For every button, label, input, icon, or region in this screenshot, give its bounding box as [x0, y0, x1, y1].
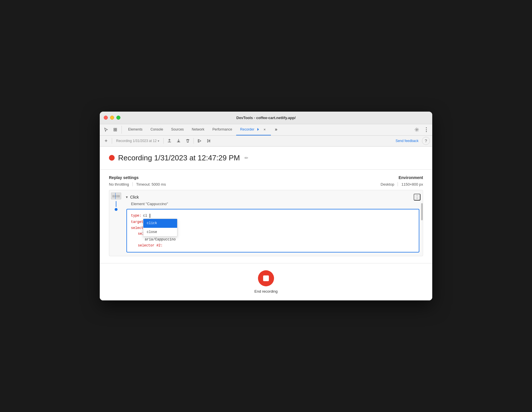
- svg-marker-4: [257, 128, 259, 131]
- tab-sources[interactable]: Sources: [167, 124, 188, 135]
- type-value: cl: [143, 214, 147, 218]
- step-name: Click: [130, 195, 139, 199]
- tab-elements[interactable]: Elements: [124, 124, 146, 135]
- step-expand-icon[interactable]: ▼: [125, 195, 128, 199]
- section-divider: [100, 169, 432, 170]
- step-thumbnail: [111, 193, 121, 199]
- svg-rect-1: [116, 128, 117, 129]
- window-title: DevTools - coffee-cart.netlify.app/: [236, 116, 296, 120]
- step-header: ▼ Click ⋮: [125, 194, 420, 201]
- code-line-selector1-val: aria/Cappuccino: [131, 237, 415, 242]
- main-content: Recording 1/31/2023 at 12:47:29 PM ✏ Rep…: [100, 147, 432, 263]
- end-recording-button[interactable]: [258, 270, 274, 286]
- settings-row: Replay settings No throttling Timeout: 5…: [109, 175, 423, 186]
- timeline-dot: [115, 208, 118, 211]
- replay-settings: Replay settings No throttling Timeout: 5…: [109, 175, 166, 186]
- step-area: ▼ Click ⋮ Element "Cappuccino" type:: [109, 190, 423, 256]
- step-title-row: ▼ Click: [125, 195, 139, 199]
- recorder-toolbar: + Recording 1/31/2023 at 12 ▾: [100, 136, 432, 147]
- edit-icon[interactable]: ✏: [245, 155, 248, 161]
- svg-point-5: [416, 129, 418, 131]
- type-key: type:: [131, 213, 141, 219]
- cursor-icon-button[interactable]: [102, 126, 110, 134]
- selector2-label: selector #2:: [138, 243, 163, 248]
- code-editor[interactable]: type: cl click close: [126, 209, 419, 252]
- step-area-container: ▼ Click ⋮ Element "Cappuccino" type:: [109, 190, 423, 256]
- stop-icon: [263, 275, 269, 281]
- environment-title: Environment: [381, 175, 423, 180]
- fullscreen-button[interactable]: [116, 116, 120, 120]
- tab-recorder-close[interactable]: ✕: [262, 127, 267, 132]
- timeout-value: Timeout: 5000 ms: [136, 182, 166, 186]
- minimize-button[interactable]: [110, 116, 114, 120]
- recording-dot: [109, 155, 115, 161]
- selector-value: aria/Cappuccino: [145, 237, 176, 242]
- scrollbar-track[interactable]: [421, 190, 423, 256]
- toolbar-divider-2: [163, 138, 164, 144]
- autocomplete-dropdown[interactable]: click close: [143, 219, 177, 237]
- help-button[interactable]: ?: [422, 137, 430, 145]
- svg-rect-0: [114, 128, 115, 129]
- cursor-blink: [150, 214, 150, 218]
- export-button[interactable]: [165, 137, 173, 145]
- tab-recorder[interactable]: Recorder ✕: [236, 124, 271, 135]
- code-line-type: type: cl click close: [131, 213, 415, 219]
- replay-settings-title: Replay settings: [109, 175, 166, 180]
- traffic-lights: [104, 116, 120, 120]
- devtools-body: Elements Console Sources Network Perform…: [100, 124, 432, 300]
- tab-performance[interactable]: Performance: [208, 124, 236, 135]
- step-subtitle: Element "Cappuccino": [131, 202, 420, 206]
- throttling-value: No throttling: [109, 182, 129, 186]
- devtools-window: DevTools - coffee-cart.netlify.app/: [100, 112, 432, 300]
- replay-button[interactable]: [195, 137, 204, 145]
- recording-title: Recording 1/31/2023 at 12:47:29 PM: [118, 153, 240, 162]
- step-content: ▼ Click ⋮ Element "Cappuccino" type:: [123, 190, 423, 256]
- close-button[interactable]: [104, 116, 108, 120]
- settings-separator: [132, 182, 133, 186]
- more-tabs-button[interactable]: »: [272, 124, 280, 135]
- autocomplete-item-click[interactable]: click: [143, 219, 177, 228]
- environment-settings: Environment Desktop 1150×800 px: [381, 175, 423, 186]
- titlebar: DevTools - coffee-cart.netlify.app/: [100, 112, 432, 124]
- send-feedback-button[interactable]: Send feedback: [393, 138, 421, 144]
- tab-console[interactable]: Console: [146, 124, 167, 135]
- new-recording-button[interactable]: +: [102, 137, 110, 145]
- chevron-down-icon: ▾: [158, 139, 159, 143]
- step-timeline: ▼ Click ⋮ Element "Cappuccino" type:: [109, 190, 423, 256]
- scrollbar-thumb[interactable]: [421, 203, 423, 220]
- replay-settings-values: No throttling Timeout: 5000 ms: [109, 182, 166, 186]
- env-separator: [398, 182, 398, 186]
- recording-select[interactable]: Recording 1/31/2023 at 12 ▾: [114, 137, 162, 145]
- import-button[interactable]: [175, 137, 183, 145]
- tab-bar: Elements Console Sources Network Perform…: [100, 124, 432, 136]
- dimensions-value: 1150×800 px: [401, 182, 423, 186]
- recording-header: Recording 1/31/2023 at 12:47:29 PM ✏: [109, 153, 423, 162]
- step-more-button[interactable]: ⋮: [414, 194, 420, 201]
- timeline-line: [116, 201, 116, 207]
- target-key: target: [131, 219, 143, 225]
- more-options-button[interactable]: ⋮: [422, 126, 430, 134]
- tab-bar-icons: [102, 126, 122, 134]
- step-replay-button[interactable]: [205, 137, 213, 145]
- toolbar-divider-1: [112, 138, 112, 144]
- tab-network[interactable]: Network: [188, 124, 208, 135]
- code-line-selector2: selector #2:: [131, 243, 415, 248]
- svg-rect-3: [116, 130, 117, 131]
- device-value: Desktop: [381, 182, 394, 186]
- settings-icon-button[interactable]: [413, 126, 421, 134]
- toolbar-divider-3: [193, 138, 194, 144]
- layers-icon-button[interactable]: [111, 126, 119, 134]
- delete-button[interactable]: [184, 137, 192, 145]
- tab-bar-right: ⋮: [413, 126, 430, 134]
- svg-rect-2: [114, 130, 115, 131]
- environment-values: Desktop 1150×800 px: [381, 182, 423, 186]
- type-autocomplete: cl click close: [143, 213, 150, 219]
- end-recording-label: End recording: [255, 289, 278, 294]
- end-recording-area: End recording: [100, 263, 432, 300]
- autocomplete-item-close[interactable]: close: [143, 228, 177, 236]
- timeline-bar: [109, 190, 123, 211]
